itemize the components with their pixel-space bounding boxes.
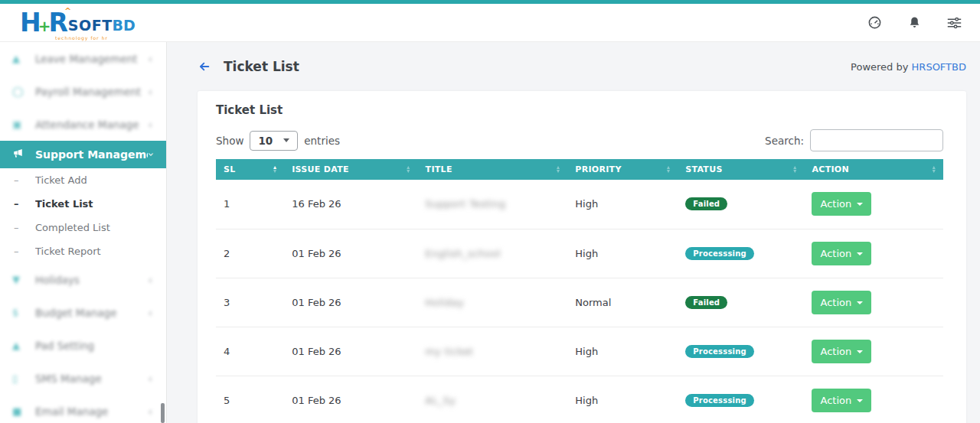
chevron-left-icon: ‹	[148, 405, 152, 418]
cell-issue-date: 01 Feb 26	[284, 376, 417, 423]
pad-setting-icon: ▲	[12, 340, 35, 351]
action-dropdown-button[interactable]: Action	[812, 192, 871, 216]
sidebar-scrollbar[interactable]	[161, 403, 165, 423]
cell-priority: High	[567, 180, 678, 229]
sort-icons: ▴▾	[407, 166, 410, 173]
table-header-row: SL ▴▾ ISSUE DATE ▴▾ TITLE ▴▾ PRIORITY	[216, 159, 943, 180]
logo-bd-text: BD	[113, 18, 136, 33]
page-size-select[interactable]: 10	[250, 131, 298, 151]
sidebar: ▲ Leave Management ‹ ◯ Payroll Managemen…	[0, 42, 167, 423]
column-header-status[interactable]: STATUS ▴▾	[678, 159, 804, 180]
page-title: Ticket List	[224, 59, 299, 74]
dashboard-gauge-icon[interactable]	[867, 15, 882, 30]
email-manage-icon: ■	[12, 405, 35, 417]
cell-priority: High	[567, 376, 678, 423]
megaphone-icon	[12, 148, 35, 161]
topbar: H + R SOFT BD ^ technology for hr	[0, 4, 980, 42]
logo-soft-text: SOFT	[68, 18, 113, 33]
table-row: 4 01 Feb 26 my ticket High Processsing A…	[216, 327, 943, 376]
sidebar-item-ticket-add[interactable]: – Ticket Add	[0, 168, 166, 192]
table-row: 1 16 Feb 26 Support Testing High Failed …	[216, 180, 943, 229]
cell-action: Action	[804, 278, 943, 327]
chevron-down-icon: ‹	[144, 152, 156, 157]
cell-issue-date: 01 Feb 26	[284, 327, 417, 376]
column-header-priority[interactable]: PRIORITY ▴▾	[567, 159, 678, 180]
status-badge: Processsing	[685, 394, 754, 407]
sidebar-item-leave-management[interactable]: ▲ Leave Management ‹	[0, 42, 166, 75]
chevron-left-icon: ‹	[148, 373, 152, 385]
blurred-title: English_school	[426, 248, 501, 259]
chevron-left-icon: ‹	[148, 307, 152, 319]
cell-action: Action	[804, 229, 943, 278]
caret-down-icon	[857, 203, 863, 206]
cell-issue-date: 16 Feb 26	[284, 180, 417, 229]
action-dropdown-button[interactable]: Action	[812, 389, 871, 412]
table-row: 3 01 Feb 26 Holiday Normal Failed Action	[216, 278, 943, 327]
table-row: 5 01 Feb 26 AL_Sy High Processsing Actio…	[216, 376, 943, 423]
logo-plus-icon: +	[38, 18, 51, 34]
cell-sl: 3	[216, 278, 284, 327]
sidebar-item-email-manage[interactable]: ■ Email Manage ‹	[0, 395, 166, 423]
caret-down-icon	[857, 350, 863, 353]
cell-priority: Normal	[567, 278, 678, 327]
sidebar-item-ticket-list[interactable]: – Ticket List	[0, 192, 166, 216]
back-arrow-icon[interactable]	[198, 60, 211, 73]
cell-sl: 2	[216, 229, 284, 278]
sort-icons: ▴▾	[933, 166, 936, 173]
action-dropdown-button[interactable]: Action	[812, 340, 871, 363]
budget-manage-icon: $	[12, 307, 35, 318]
action-dropdown-button[interactable]: Action	[812, 242, 871, 265]
column-header-sl[interactable]: SL ▴▾	[216, 159, 284, 180]
sidebar-item-completed-list[interactable]: – Completed List	[0, 216, 166, 239]
sidebar-item-attendance-manage[interactable]: ▣ Attendance Manage ‹	[0, 108, 166, 141]
show-label: Show	[216, 135, 243, 147]
sidebar-item-budget-manage[interactable]: $ Budget Manage ‹	[0, 296, 166, 329]
blurred-title: AL_Sy	[426, 395, 456, 406]
caret-down-icon	[857, 301, 863, 304]
chevron-left-icon: ‹	[148, 119, 152, 131]
dash-bullet: –	[14, 222, 35, 233]
holidays-icon: ▼	[12, 274, 35, 285]
payroll-management-icon: ◯	[12, 86, 35, 97]
cell-action: Action	[804, 376, 943, 423]
sidebar-item-payroll-management[interactable]: ◯ Payroll Management ‹	[0, 75, 166, 108]
cell-title: Support Testing	[418, 180, 568, 229]
sidebar-item-holidays[interactable]: ▼ Holidays ‹	[0, 263, 166, 296]
sort-icons: ▴▾	[557, 166, 560, 173]
sort-icons: ▴▾	[667, 166, 670, 173]
logo-letter-h: H	[20, 10, 40, 35]
sidebar-item-sms-manage[interactable]: ▯ SMS Manage ‹	[0, 362, 166, 395]
entries-label: entries	[304, 135, 340, 147]
powered-by-link[interactable]: HRSOFTBD	[912, 61, 966, 73]
ticket-list-card: Ticket List Show 10 entries Search:	[198, 91, 966, 423]
hrsoftbd-logo[interactable]: H + R SOFT BD ^ technology for hr	[20, 10, 136, 35]
action-dropdown-button[interactable]: Action	[812, 291, 871, 314]
notifications-bell-icon[interactable]	[908, 15, 921, 30]
cell-action: Action	[804, 180, 943, 229]
cell-status: Failed	[678, 278, 804, 327]
search-label: Search:	[765, 135, 804, 147]
column-header-issue-date[interactable]: ISSUE DATE ▴▾	[284, 159, 417, 180]
column-header-action[interactable]: ACTION ▴▾	[804, 159, 943, 180]
cell-title: my ticket	[418, 327, 568, 376]
sort-icons: ▴▾	[273, 166, 276, 173]
search-input[interactable]	[810, 129, 943, 151]
sidebar-item-ticket-report[interactable]: – Ticket Report	[0, 239, 166, 263]
blurred-title: my ticket	[426, 346, 474, 357]
sidebar-item-support-management[interactable]: Support Management ‹	[0, 141, 166, 168]
card-title: Ticket List	[216, 103, 943, 117]
column-header-title[interactable]: TITLE ▴▾	[418, 159, 568, 180]
blurred-title: Support Testing	[426, 198, 506, 210]
cell-sl: 4	[216, 327, 284, 376]
caret-down-icon	[857, 399, 863, 402]
cell-status: Processsing	[678, 229, 804, 278]
dash-bullet: –	[14, 198, 35, 210]
sms-manage-icon: ▯	[12, 373, 35, 384]
ticket-table: SL ▴▾ ISSUE DATE ▴▾ TITLE ▴▾ PRIORITY	[216, 159, 943, 423]
cell-title: English_school	[418, 229, 568, 278]
settings-sliders-icon[interactable]	[947, 17, 962, 29]
attendance-manage-icon: ▣	[12, 119, 35, 130]
sidebar-item-pad-setting[interactable]: ▲ Pad Setting	[0, 329, 166, 362]
sort-icons: ▴▾	[793, 166, 796, 173]
status-badge: Processsing	[685, 345, 754, 358]
